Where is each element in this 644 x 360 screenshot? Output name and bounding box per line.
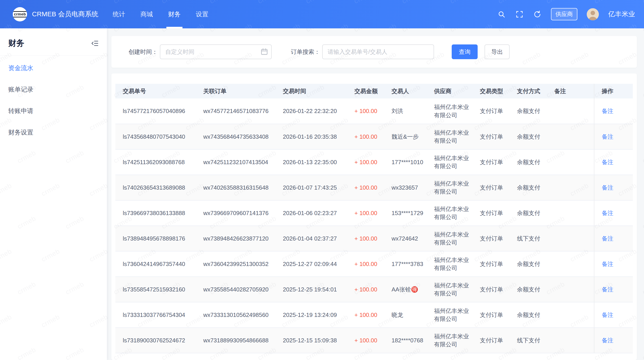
cell-supplier: 福州亿丰米业有限公司 (427, 175, 472, 200)
cell-trader: 晓龙 (384, 302, 427, 328)
cell-transaction-time: 2026-01-13 22:35:00 (276, 149, 347, 175)
column-trader: 交易人 (384, 84, 427, 98)
search-icon[interactable] (497, 10, 506, 18)
cell-payment-method: 余额支付 (510, 175, 547, 200)
cell-trader: 刘洪 (384, 98, 427, 124)
remark-link[interactable]: 备注 (602, 261, 613, 267)
cell-type: 支付订单 (472, 328, 510, 353)
sidebar-item-bill-records[interactable]: 账单记录 (0, 79, 107, 100)
cell-amount: + 100.00 (347, 124, 384, 149)
sidebar-item-transfer-requests[interactable]: 转账申请 (0, 100, 107, 122)
remark-link[interactable]: 备注 (602, 159, 613, 166)
remark-link[interactable]: 备注 (602, 210, 613, 216)
cell-payment-method: 线下支付 (510, 328, 547, 353)
remark-link[interactable]: 备注 (602, 312, 613, 318)
remark-link[interactable]: 备注 (602, 133, 613, 140)
cell-amount: + 100.00 (347, 200, 384, 226)
tab-settings[interactable]: 设置 (188, 0, 216, 28)
cell-payment-method: 余额支付 (510, 302, 547, 328)
table-row: ls739669738036133888 wx73966970960714137… (116, 200, 633, 226)
cell-actions: 备注 (594, 302, 633, 328)
cell-trader: AA张铨🉐 (384, 277, 427, 302)
tab-mall[interactable]: 商城 (133, 0, 160, 28)
cell-transaction-time: 2026-01-16 20:35:38 (276, 124, 347, 149)
cell-related-order: wx733313010562498560 (196, 302, 276, 328)
create-time-field (160, 44, 272, 59)
supplier-badge[interactable]: 供应商 (551, 8, 577, 20)
cell-amount: + 100.00 (347, 251, 384, 277)
cell-related-order: wx739669709607141376 (196, 200, 276, 226)
remark-link[interactable]: 备注 (602, 337, 613, 344)
column-amount: 交易金额 (347, 84, 384, 98)
cell-type: 支付订单 (472, 149, 510, 175)
order-search-field (322, 44, 434, 59)
cell-actions: 备注 (594, 149, 633, 175)
cell-amount: + 100.00 (347, 175, 384, 200)
cell-remark (547, 149, 594, 175)
cell-amount: + 100.00 (347, 328, 384, 353)
cell-transaction-id: ls731890030762524672 (116, 328, 196, 353)
cell-type: 支付订单 (472, 98, 510, 124)
cell-payment-method: 余额支付 (510, 98, 547, 124)
cell-payment-method: 余额支付 (510, 149, 547, 175)
cell-type: 支付订单 (472, 226, 510, 251)
cell-trader: 153****1729 (384, 200, 427, 226)
cell-remark (547, 226, 594, 251)
sidebar-item-funds-flow[interactable]: 资金流水 (0, 57, 107, 79)
table-row: ls735585472515932160 wx73558544028270592… (116, 277, 633, 302)
export-button[interactable]: 导出 (484, 44, 510, 59)
cell-amount: + 100.00 (347, 149, 384, 175)
query-button[interactable]: 查询 (452, 44, 478, 59)
cell-type: 支付订单 (472, 277, 510, 302)
transactions-table: 交易单号 关联订单 交易时间 交易金额 交易人 供应商 交易类型 支付方式 备注… (116, 84, 633, 353)
column-related-order: 关联订单 (196, 84, 276, 98)
table-row: ls738948495678898176 wx73894842662387712… (116, 226, 633, 251)
cell-payment-method: 线下支付 (510, 226, 547, 251)
cell-related-order: wx731889930954866688 (196, 328, 276, 353)
remark-link[interactable]: 备注 (602, 108, 613, 114)
logo-text: crmeb (14, 11, 26, 17)
table-row: ls731890030762524672 wx73188993095486668… (116, 328, 633, 353)
cell-remark (547, 124, 594, 149)
column-actions: 操作 (594, 84, 633, 98)
cell-payment-method: 余额支付 (510, 124, 547, 149)
collapse-sidebar-icon[interactable] (91, 39, 99, 47)
cell-trader: 魏近&一步 (384, 124, 427, 149)
remark-link[interactable]: 备注 (602, 235, 613, 242)
cell-transaction-id: ls735585472515932160 (116, 277, 196, 302)
tab-finance[interactable]: 财务 (160, 0, 188, 28)
cell-type: 支付订单 (472, 302, 510, 328)
cell-supplier: 福州亿丰米业有限公司 (427, 98, 472, 124)
cell-transaction-time: 2025-12-25 19:54:01 (276, 277, 347, 302)
cell-transaction-time: 2025-12-19 13:24:09 (276, 302, 347, 328)
table-row: ls743568480707543040 wx74356846473563340… (116, 124, 633, 149)
sidebar-title: 财务 (8, 38, 24, 49)
cell-transaction-id: ls743568480707543040 (116, 124, 196, 149)
cell-transaction-time: 2026-01-04 02:37:27 (276, 226, 347, 251)
tab-statistics[interactable]: 统计 (105, 0, 133, 28)
create-time-input[interactable] (160, 44, 272, 59)
cell-related-order: wx740263588316315648 (196, 175, 276, 200)
cell-amount: + 100.00 (347, 98, 384, 124)
cell-supplier: 福州亿丰米业有限公司 (427, 200, 472, 226)
cell-remark (547, 328, 594, 353)
cell-trader: wx323657 (384, 175, 427, 200)
cell-amount: + 100.00 (347, 277, 384, 302)
avatar[interactable] (587, 8, 599, 20)
transactions-card: 交易单号 关联订单 交易时间 交易金额 交易人 供应商 交易类型 支付方式 备注… (111, 73, 637, 360)
username[interactable]: 亿丰米业 (608, 9, 635, 19)
cell-supplier: 福州亿丰米业有限公司 (427, 277, 472, 302)
order-search-input[interactable] (322, 44, 434, 59)
main-content: 创建时间： 订单搜索： 查询 导出 (107, 28, 644, 360)
refresh-icon[interactable] (533, 10, 542, 18)
cell-transaction-id: ls738948495678898176 (116, 226, 196, 251)
remark-link[interactable]: 备注 (602, 184, 613, 191)
remark-link[interactable]: 备注 (602, 286, 613, 293)
fullscreen-icon[interactable] (515, 10, 524, 18)
cell-supplier: 福州亿丰米业有限公司 (427, 124, 472, 149)
sidebar-item-finance-settings[interactable]: 财务设置 (0, 122, 107, 143)
cell-actions: 备注 (594, 200, 633, 226)
cell-actions: 备注 (594, 98, 633, 124)
cell-transaction-time: 2026-01-22 22:32:20 (276, 98, 347, 124)
sidebar: 财务 资金流水 账单记录 转账申请 财务设置 (0, 28, 107, 360)
